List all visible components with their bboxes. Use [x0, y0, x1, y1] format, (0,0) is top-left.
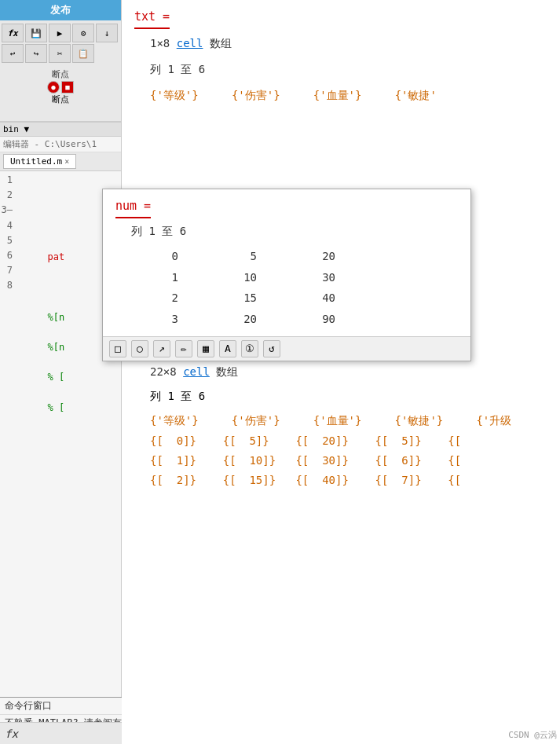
toolbar-icon-copy[interactable]: 📋 — [72, 44, 94, 63]
breakpoint-sub-label: 断点 — [2, 93, 119, 105]
popup-tool-pencil[interactable]: ✏ — [175, 340, 192, 357]
cell-2-1: 15 — [225, 288, 257, 309]
raw-cols-label: 列 1 至 6 — [150, 387, 547, 406]
popup-content: num = 列 1 至 6 0 5 20 1 10 30 2 15 40 3 2… — [103, 189, 470, 336]
toolbar-icon-debug[interactable]: ⚙ — [72, 24, 94, 42]
toolbar-panel: 发布 fx 💾 ▶ ⚙ ↓ ↩ ↪ ✂ 📋 断点 ● ■ 断点 — [0, 0, 122, 122]
cols-label: 列 1 至 6 — [150, 60, 547, 79]
raw-data-row1: {[ 1]} {[ 10]} {[ 30]} {[ 6]} {[ — [150, 451, 547, 471]
code-editor[interactable]: pat %[n %[n % [ % [ — [33, 173, 68, 432]
popup-tool-arrow[interactable]: ↗ — [153, 340, 170, 357]
raw-cell-link[interactable]: cell — [183, 365, 210, 378]
main-output-area: txt = 1×8 cell 数组 列 1 至 6 {'等级'} {'伤害'} … — [122, 0, 560, 744]
table-row-0: 0 5 20 — [147, 246, 458, 267]
publish-button[interactable]: 发布 — [0, 0, 121, 20]
breakpoint-icon2[interactable]: ■ — [61, 81, 74, 93]
cell-0-0: 0 — [147, 246, 178, 267]
tab-close-icon[interactable]: × — [64, 157, 69, 166]
toolbar-icon-run[interactable]: ▶ — [49, 24, 71, 42]
cell-2-2: 40 — [304, 288, 335, 309]
cell-1-1: 10 — [225, 267, 257, 288]
watermark: CSDN @云涡 — [508, 729, 557, 741]
cell-2-0: 2 — [147, 288, 178, 309]
popup-tool-rect[interactable]: □ — [109, 340, 126, 357]
cell-0-2: 20 — [304, 246, 335, 267]
cell-3-2: 90 — [304, 309, 335, 330]
cell-3-1: 20 — [225, 309, 257, 330]
cell-values-row: {'等级'} {'伤害'} {'血量'} {'敏捷' — [150, 86, 547, 105]
num-var-label: num = — [115, 196, 151, 218]
popup-table: 0 5 20 1 10 30 2 15 40 3 20 90 — [147, 246, 458, 329]
breakpoint-label: 断点 — [51, 68, 70, 81]
popup-tool-circle[interactable]: ○ — [131, 340, 148, 357]
toolbar-icon-cut[interactable]: ✂ — [49, 44, 71, 63]
line-numbers: 1 2 3— 4 5 6 7 8 — [0, 173, 16, 432]
raw-data-row2: {[ 2]} {[ 15]} {[ 40]} {[ 7]} {[ — [150, 471, 547, 490]
bin-label[interactable]: bin ▼ — [3, 124, 29, 134]
cell-0-1: 5 — [225, 246, 257, 267]
popup-box: num = 列 1 至 6 0 5 20 1 10 30 2 15 40 3 2… — [102, 189, 471, 361]
raw-data-row0: {[ 0]} {[ 5]} {[ 20]} {[ 5]} {[ — [150, 431, 547, 451]
toolbar-icon-save[interactable]: 💾 — [25, 24, 47, 42]
cell-1-2: 30 — [304, 267, 335, 288]
popup-cols-label: 列 1 至 6 — [131, 222, 458, 241]
popup-tool-text[interactable]: A — [219, 340, 236, 357]
output-top-section: txt = 1×8 cell 数组 列 1 至 6 {'等级'} {'伤害'} … — [122, 0, 560, 115]
toolbar-icon-redo[interactable]: ↪ — [25, 44, 47, 63]
table-row-1: 1 10 30 — [147, 267, 458, 288]
editor-tab-untitled[interactable]: Untitled.m × — [3, 154, 76, 169]
tab-name: Untitled.m — [10, 156, 62, 167]
breakpoint-icon1[interactable]: ● — [47, 81, 60, 93]
fx-bar: fx — [0, 722, 122, 744]
raw-header-row: {'等级'} {'伤害'} {'血量'} {'敏捷'} {'升级 — [150, 411, 547, 431]
raw-output-section: raw = 22×8 cell 数组 列 1 至 6 {'等级'} {'伤害'}… — [122, 330, 560, 744]
toolbar-icon-fx[interactable]: fx — [2, 24, 24, 42]
popup-tool-info[interactable]: ① — [241, 340, 258, 357]
toolbar-icon-step[interactable]: ↓ — [96, 24, 118, 42]
editor-header: bin ▼ — [0, 123, 121, 137]
fx-label: fx — [5, 728, 18, 740]
popup-toolbar: □ ○ ↗ ✏ ▦ A ① ↺ — [103, 336, 470, 361]
popup-tool-grid[interactable]: ▦ — [197, 340, 214, 357]
editor-path: 编辑器 - C:\Users\1 — [0, 137, 121, 152]
table-row-3: 3 20 90 — [147, 309, 458, 330]
toolbar-icon-undo[interactable]: ↩ — [2, 44, 24, 63]
table-row-2: 2 15 40 — [147, 288, 458, 309]
cell-1-0: 1 — [147, 267, 178, 288]
txt-var-label: txt = — [134, 6, 170, 29]
cell-link[interactable]: cell — [177, 37, 203, 49]
popup-tool-undo[interactable]: ↺ — [263, 340, 280, 357]
cell-3-0: 3 — [147, 309, 178, 330]
cell-info-label: 1×8 cell 数组 — [150, 34, 547, 53]
